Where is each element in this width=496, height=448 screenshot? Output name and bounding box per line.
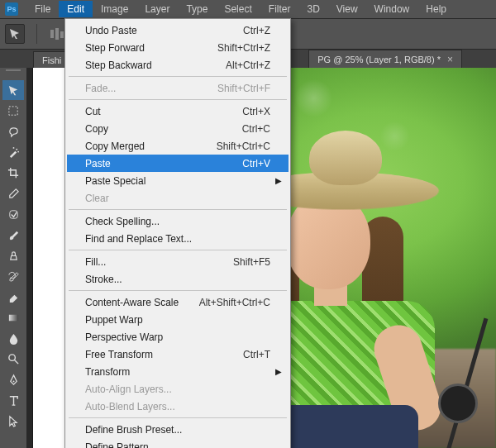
menu-item-shortcut: Alt+Shift+Ctrl+C xyxy=(199,297,270,308)
menu-item-label: Auto-Blend Layers... xyxy=(85,401,270,412)
menu-item-label: Perspective Warp xyxy=(85,331,270,343)
rect-marquee-tool[interactable] xyxy=(2,101,24,121)
eyedropper-tool[interactable] xyxy=(2,183,24,203)
menu-item-content-aware-scale[interactable]: Content-Aware ScaleAlt+Shift+Ctrl+C xyxy=(67,293,289,311)
lasso-tool[interactable] xyxy=(2,122,24,141)
menu-item-auto-align-layers: Auto-Align Layers... xyxy=(67,380,289,398)
menu-item-label: Puppet Warp xyxy=(85,314,270,326)
svg-rect-21 xyxy=(8,314,17,321)
crop-tool[interactable] xyxy=(2,163,24,183)
menu-item-shortcut: Shift+F5 xyxy=(233,256,270,268)
menu-filter[interactable]: Filter xyxy=(260,1,299,17)
menu-item-copy[interactable]: CopyCtrl+C xyxy=(67,120,289,137)
move-tool[interactable] xyxy=(2,80,24,100)
menu-item-shortcut: Alt+Ctrl+Z xyxy=(226,60,270,71)
menu-item-shortcut: Shift+Ctrl+F xyxy=(217,83,270,94)
menu-edit[interactable]: Edit xyxy=(59,1,93,17)
dodge-tool[interactable] xyxy=(2,349,24,369)
svg-rect-0 xyxy=(50,30,54,38)
path-select-tool[interactable] xyxy=(2,411,24,431)
menu-item-label: Transform xyxy=(85,366,270,378)
menu-item-stroke[interactable]: Stroke... xyxy=(67,270,289,288)
align-icon[interactable] xyxy=(49,26,65,42)
toolbox-drag-handle[interactable] xyxy=(2,69,25,76)
tab-title-prefix: Fishi xyxy=(42,55,61,65)
menu-type[interactable]: Type xyxy=(178,1,216,17)
menu-item-step-forward[interactable]: Step ForwardShift+Ctrl+Z xyxy=(67,39,289,56)
svg-point-17 xyxy=(16,148,17,150)
magic-wand-tool[interactable] xyxy=(2,142,24,162)
menu-item-check-spelling[interactable]: Check Spelling... xyxy=(67,212,289,230)
menu-item-label: Copy Merged xyxy=(85,141,217,152)
menu-item-label: Cut xyxy=(85,106,242,117)
menu-item-cut[interactable]: CutCtrl+X xyxy=(67,102,289,120)
current-tool-swatch[interactable] xyxy=(5,24,25,44)
menu-item-shortcut: Ctrl+Z xyxy=(243,25,270,36)
edit-menu-dropdown: Undo PasteCtrl+ZStep ForwardShift+Ctrl+Z… xyxy=(64,18,291,448)
menu-item-label: Paste xyxy=(85,158,242,169)
menu-item-paste[interactable]: PasteCtrl+V xyxy=(67,155,289,172)
gradient-tool[interactable] xyxy=(2,307,24,327)
menu-item-free-transform[interactable]: Free TransformCtrl+T xyxy=(67,346,289,363)
menu-help[interactable]: Help xyxy=(417,1,455,17)
type-tool[interactable] xyxy=(2,390,24,410)
menu-item-label: Fade... xyxy=(85,83,217,94)
svg-rect-2 xyxy=(60,31,64,38)
menu-item-clear: Clear xyxy=(67,189,289,207)
brush-tool[interactable] xyxy=(2,225,24,245)
menu-item-label: Step Forward xyxy=(85,42,217,54)
menu-item-undo-paste[interactable]: Undo PasteCtrl+Z xyxy=(67,21,289,39)
menu-item-paste-special[interactable]: Paste Special▶ xyxy=(67,172,289,189)
menu-view[interactable]: View xyxy=(328,1,366,17)
healing-brush-tool[interactable] xyxy=(2,204,24,224)
menu-item-label: Stroke... xyxy=(85,274,270,285)
menu-select[interactable]: Select xyxy=(216,1,260,17)
menu-item-label: Check Spelling... xyxy=(85,216,270,227)
eraser-tool[interactable] xyxy=(2,287,24,307)
menu-item-define-pattern[interactable]: Define Pattern... xyxy=(67,438,289,448)
document-tab-active[interactable]: PG @ 25% (Layer 1, RGB/8) * × xyxy=(308,50,462,68)
menu-item-copy-merged[interactable]: Copy MergedShift+Ctrl+C xyxy=(67,137,289,155)
menu-item-auto-blend-layers: Auto-Blend Layers... xyxy=(67,398,289,415)
menu-item-shortcut: Ctrl+T xyxy=(243,349,270,360)
submenu-arrow-icon: ▶ xyxy=(275,367,282,376)
menu-item-perspective-warp[interactable]: Perspective Warp xyxy=(67,328,289,346)
menu-item-shortcut: Ctrl+X xyxy=(242,106,270,117)
menu-item-find-and-replace-text[interactable]: Find and Replace Text... xyxy=(67,230,289,247)
menu-item-label: Copy xyxy=(85,123,242,135)
menu-item-label: Paste Special xyxy=(85,175,270,187)
menu-item-label: Undo Paste xyxy=(85,25,243,36)
menu-item-label: Free Transform xyxy=(85,349,243,360)
pen-tool[interactable] xyxy=(2,369,24,389)
clone-stamp-tool[interactable] xyxy=(2,245,24,265)
svg-point-24 xyxy=(12,380,14,382)
history-brush-tool[interactable] xyxy=(2,266,24,286)
menu-item-label: Fill... xyxy=(85,256,233,268)
menu-item-fill[interactable]: Fill...Shift+F5 xyxy=(67,253,289,270)
menu-layer[interactable]: Layer xyxy=(136,1,178,17)
close-tab-icon[interactable]: × xyxy=(447,54,453,65)
menu-item-define-brush-preset[interactable]: Define Brush Preset... xyxy=(67,421,289,438)
submenu-arrow-icon: ▶ xyxy=(275,176,282,185)
svg-point-22 xyxy=(8,354,15,360)
menu-item-step-backward[interactable]: Step BackwardAlt+Ctrl+Z xyxy=(67,56,289,74)
svg-point-19 xyxy=(17,150,19,152)
menu-file[interactable]: File xyxy=(26,1,59,17)
menu-item-label: Define Pattern... xyxy=(85,441,270,449)
menu-item-fade: Fade...Shift+Ctrl+F xyxy=(67,79,289,97)
menubar: Ps FileEditImageLayerTypeSelectFilter3DV… xyxy=(0,0,496,19)
menu-window[interactable]: Window xyxy=(366,1,418,17)
menu-item-puppet-warp[interactable]: Puppet Warp xyxy=(67,311,289,328)
menu-item-label: Find and Replace Text... xyxy=(85,233,270,245)
blur-tool[interactable] xyxy=(2,328,24,348)
menu-item-label: Define Brush Preset... xyxy=(85,424,270,436)
divider xyxy=(36,24,37,44)
menu-item-shortcut: Shift+Ctrl+Z xyxy=(217,42,270,54)
menu-3d[interactable]: 3D xyxy=(298,1,327,17)
tab-title: PG @ 25% (Layer 1, RGB/8) * xyxy=(317,55,441,64)
move-icon xyxy=(9,28,21,40)
menu-item-transform[interactable]: Transform▶ xyxy=(67,363,289,380)
svg-point-18 xyxy=(12,146,14,148)
menu-image[interactable]: Image xyxy=(93,1,136,17)
toolbox xyxy=(0,68,27,448)
